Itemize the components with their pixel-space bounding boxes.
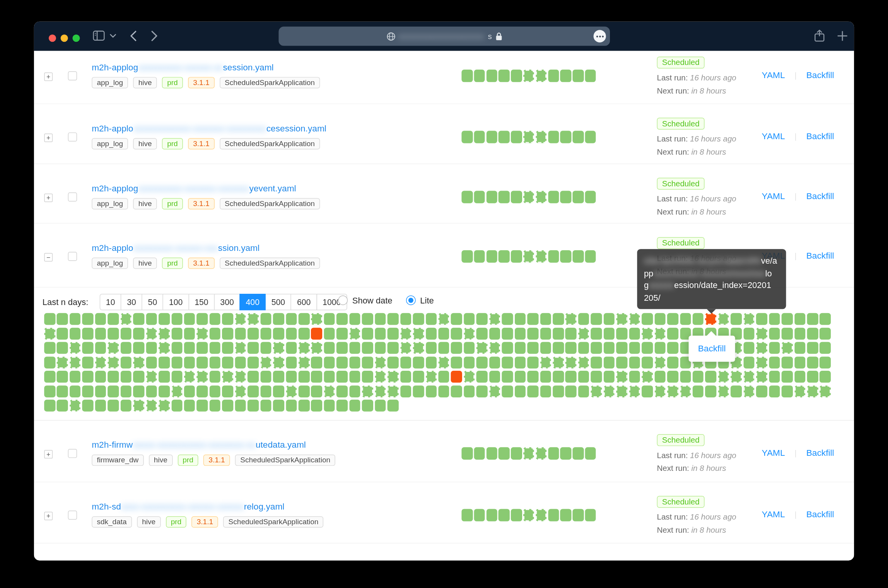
heatmap-day-square[interactable] <box>362 313 373 325</box>
heatmap-day-square[interactable] <box>604 385 615 397</box>
heatmap-day-square[interactable] <box>515 327 526 339</box>
heatmap-day-square[interactable] <box>146 313 157 325</box>
heatmap-day-square[interactable] <box>235 400 246 412</box>
heatmap-day-square[interactable] <box>146 356 157 368</box>
heatmap-day-square[interactable] <box>184 371 195 383</box>
heatmap-day-square[interactable] <box>464 313 475 325</box>
heatmap-day-square[interactable] <box>349 313 360 325</box>
heatmap-day-square[interactable] <box>553 385 564 397</box>
heatmap-day-square[interactable] <box>197 371 208 383</box>
heatmap-day-square[interactable] <box>731 371 742 383</box>
heatmap-day-square[interactable] <box>70 385 81 397</box>
heatmap-day-square[interactable] <box>273 313 284 325</box>
run-day-square[interactable] <box>573 191 584 203</box>
heatmap-day-square[interactable] <box>527 356 538 368</box>
heatmap-day-square[interactable] <box>235 313 246 325</box>
heatmap-day-square[interactable] <box>184 400 195 412</box>
heatmap-day-square[interactable] <box>222 356 233 368</box>
heatmap-day-square[interactable] <box>375 342 386 354</box>
heatmap-day-square[interactable] <box>718 313 729 325</box>
heatmap-day-square[interactable] <box>425 356 437 368</box>
heatmap-day-square[interactable] <box>197 327 208 339</box>
heatmap-day-square[interactable] <box>464 327 475 339</box>
heatmap-day-square[interactable] <box>299 385 310 397</box>
heatmap-day-square[interactable] <box>248 400 259 412</box>
heatmap-day-square[interactable] <box>299 342 310 354</box>
heatmap-day-square[interactable] <box>299 400 310 412</box>
heatmap-day-square[interactable] <box>807 313 818 325</box>
run-day-square[interactable] <box>573 509 584 521</box>
days-option-400[interactable]: 400 <box>239 294 266 310</box>
heatmap-day-square[interactable] <box>425 327 437 339</box>
heatmap-day-square[interactable] <box>553 371 564 383</box>
heatmap-day-square[interactable] <box>464 371 475 383</box>
heatmap-day-square[interactable] <box>642 327 653 339</box>
run-day-square[interactable] <box>474 509 485 521</box>
run-day-square[interactable] <box>499 447 510 459</box>
heatmap-day-square[interactable] <box>222 371 233 383</box>
heatmap-day-square[interactable] <box>629 356 640 368</box>
heatmap-day-square[interactable] <box>680 313 691 325</box>
heatmap-day-square[interactable] <box>616 342 628 354</box>
heatmap-day-square[interactable] <box>731 313 742 325</box>
job-yaml-link[interactable]: m2h-apploxxxxxxxxxxxxx-xxxxxxx-xxxxxxxxx… <box>92 123 326 133</box>
heatmap-day-square[interactable] <box>616 356 628 368</box>
heatmap-day-square[interactable] <box>515 342 526 354</box>
heatmap-day-square[interactable] <box>400 342 412 354</box>
heatmap-day-square[interactable] <box>565 385 577 397</box>
heatmap-day-square[interactable] <box>438 313 449 325</box>
heatmap-day-square[interactable] <box>553 342 564 354</box>
run-day-square[interactable] <box>499 191 510 203</box>
heatmap-day-square[interactable] <box>489 313 500 325</box>
run-day-square[interactable] <box>585 250 596 262</box>
heatmap-day-square[interactable] <box>324 313 335 325</box>
expand-row-button[interactable]: + <box>44 194 53 202</box>
heatmap-day-square[interactable] <box>57 356 68 368</box>
row-checkbox[interactable] <box>68 133 77 141</box>
heatmap-day-square[interactable] <box>565 371 577 383</box>
heatmap-day-square[interactable] <box>311 385 323 397</box>
run-day-square[interactable] <box>461 131 473 143</box>
heatmap-day-square[interactable] <box>502 356 513 368</box>
heatmap-day-square[interactable] <box>349 356 360 368</box>
minimize-window-button[interactable] <box>61 34 68 42</box>
heatmap-day-square[interactable] <box>807 385 818 397</box>
run-day-square[interactable] <box>474 191 485 203</box>
heatmap-day-square[interactable] <box>260 327 272 339</box>
heatmap-day-square[interactable] <box>820 342 831 354</box>
heatmap-day-square[interactable] <box>248 342 259 354</box>
heatmap-day-square[interactable] <box>782 371 793 383</box>
heatmap-day-square[interactable] <box>260 371 272 383</box>
heatmap-day-square[interactable] <box>578 342 589 354</box>
run-day-square[interactable] <box>585 447 596 459</box>
heatmap-day-square[interactable] <box>756 342 767 354</box>
heatmap-day-square[interactable] <box>95 356 106 368</box>
run-day-square[interactable] <box>511 447 522 459</box>
heatmap-day-square[interactable] <box>654 327 666 339</box>
heatmap-day-square[interactable] <box>527 371 538 383</box>
yaml-link[interactable]: YAML <box>762 510 785 520</box>
heatmap-day-square[interactable] <box>197 400 208 412</box>
heatmap-day-square[interactable] <box>57 400 68 412</box>
heatmap-day-square[interactable] <box>693 371 704 383</box>
heatmap-day-square[interactable] <box>44 385 55 397</box>
heatmap-day-square[interactable] <box>222 342 233 354</box>
heatmap-day-square[interactable] <box>57 313 68 325</box>
heatmap-day-square[interactable] <box>743 313 755 325</box>
heatmap-day-square[interactable] <box>120 356 131 368</box>
heatmap-day-square[interactable] <box>743 371 755 383</box>
heatmap-day-square[interactable] <box>642 371 653 383</box>
heatmap-day-square[interactable] <box>489 356 500 368</box>
heatmap-day-square[interactable] <box>260 342 272 354</box>
heatmap-day-square[interactable] <box>210 400 221 412</box>
heatmap-day-square[interactable] <box>235 385 246 397</box>
heatmap-day-square[interactable] <box>705 385 717 397</box>
heatmap-day-square[interactable] <box>286 356 297 368</box>
heatmap-day-square[interactable] <box>375 385 386 397</box>
run-day-square[interactable] <box>585 131 596 143</box>
heatmap-day-square[interactable] <box>578 385 589 397</box>
heatmap-day-square[interactable] <box>489 371 500 383</box>
heatmap-day-square[interactable] <box>464 385 475 397</box>
heatmap-day-square[interactable] <box>756 356 767 368</box>
heatmap-day-square[interactable] <box>375 356 386 368</box>
